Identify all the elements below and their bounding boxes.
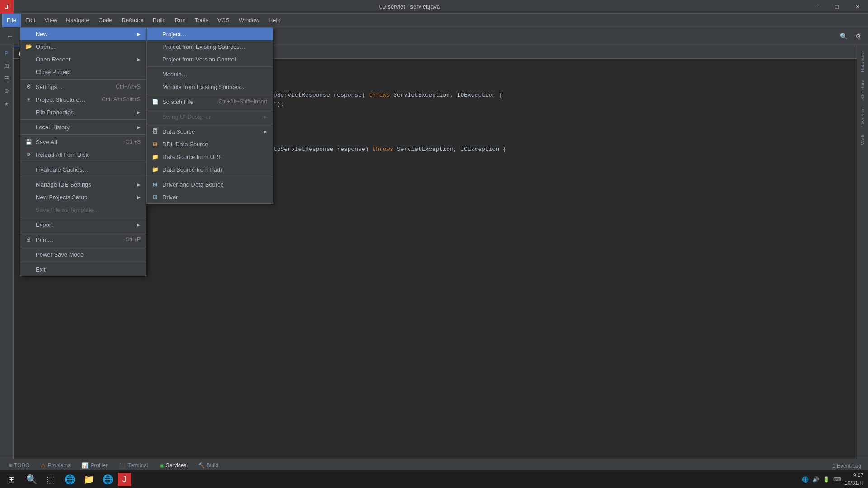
file-menu-local-history[interactable]: Local History ▶ xyxy=(20,121,146,133)
file-menu-open-recent[interactable]: Open Recent ▶ xyxy=(20,53,146,66)
new-submenu-driver-datasource[interactable]: ⊞ Driver and Data Source xyxy=(147,178,273,191)
file-menu-save-all[interactable]: 💾 Save All Ctrl+S xyxy=(20,136,146,148)
new-submenu-from-vcs[interactable]: Project from Version Control… xyxy=(147,53,273,66)
file-menu-settings[interactable]: ⚙ Settings… Ctrl+Alt+S xyxy=(20,80,146,93)
new-submenu-datasource-url[interactable]: 📁 Data Source from URL xyxy=(147,150,273,163)
new-submenu: Project… Project from Existing Sources… … xyxy=(146,27,273,204)
file-menu-file-properties[interactable]: File Properties ▶ xyxy=(20,106,146,118)
new-submenu-from-existing[interactable]: Project from Existing Sources… xyxy=(147,40,273,53)
file-menu-save-template: Save File as Template… xyxy=(20,203,146,216)
menu-overlay: New ▶ 📂 Open… Open Recent ▶ Close Projec… xyxy=(0,0,868,488)
new-submenu-scratch[interactable]: 📄 Scratch File Ctrl+Alt+Shift+Insert xyxy=(147,95,273,108)
file-menu-close-project[interactable]: Close Project xyxy=(20,66,146,78)
file-menu: New ▶ 📂 Open… Open Recent ▶ Close Projec… xyxy=(20,27,146,276)
new-submenu-ddl[interactable]: ⊞ DDL Data Source xyxy=(147,138,273,150)
new-submenu-datasource-path[interactable]: 📁 Data Source from Path xyxy=(147,163,273,176)
file-menu-invalidate[interactable]: Invalidate Caches… xyxy=(20,163,146,176)
new-submenu-datasource[interactable]: 🗄 Data Source ▶ xyxy=(147,125,273,138)
file-menu-exit[interactable]: Exit xyxy=(20,263,146,276)
file-menu-print[interactable]: 🖨 Print… Ctrl+P xyxy=(20,233,146,246)
file-menu-power-save[interactable]: Power Save Mode xyxy=(20,248,146,261)
file-menu-export[interactable]: Export ▶ xyxy=(20,218,146,231)
file-menu-new[interactable]: New ▶ xyxy=(20,28,146,40)
file-menu-manage-ide[interactable]: Manage IDE Settings ▶ xyxy=(20,178,146,191)
new-submenu-project[interactable]: Project… xyxy=(147,28,273,40)
new-submenu-module[interactable]: Module… xyxy=(147,68,273,80)
file-menu-open[interactable]: 📂 Open… xyxy=(20,40,146,53)
new-submenu-driver[interactable]: ⊞ Driver xyxy=(147,191,273,203)
file-menu-new-projects-setup[interactable]: New Projects Setup ▶ xyxy=(20,191,146,203)
file-menu-reload[interactable]: ↺ Reload All from Disk xyxy=(20,148,146,161)
file-menu-project-structure[interactable]: ⊞ Project Structure… Ctrl+Alt+Shift+S xyxy=(20,93,146,106)
new-submenu-swing: Swing UI Designer ▶ xyxy=(147,110,273,123)
new-submenu-module-existing[interactable]: Module from Existing Sources… xyxy=(147,80,273,93)
